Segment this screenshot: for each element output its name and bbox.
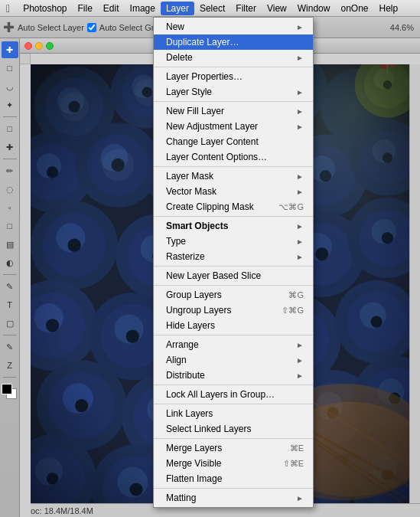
menu-item-delete[interactable]: Delete ► [154, 50, 313, 65]
menu-item-new-layer-slice[interactable]: New Layer Based Slice [154, 268, 313, 283]
menu-item-matting[interactable]: Matting ► [154, 490, 313, 506]
menu-item-ungroup-layers[interactable]: Ungroup Layers ⇧⌘G [154, 303, 313, 318]
menu-item-new-adjustment-label: New Adjustment Layer [166, 121, 258, 132]
menu-item-select-linked-layers[interactable]: Select Linked Layers [154, 421, 313, 437]
menu-section-9: Lock All Layers in Group… [154, 385, 313, 404]
zoom-tool-btn[interactable]: Z [2, 357, 18, 374]
menu-item-filter[interactable]: Filter [230, 2, 262, 15]
menu-item-layer-style-arrow: ► [296, 88, 304, 97]
menu-item-merge-visible-shortcut: ⇧⌘E [283, 459, 304, 469]
close-window-btn[interactable] [24, 42, 32, 50]
menu-item-merge-layers[interactable]: Merge Layers ⌘E [154, 440, 313, 456]
menu-section-4: Layer Mask ► Vector Mask ► Create Clippi… [154, 167, 313, 217]
menu-item-onone[interactable]: onOne [335, 2, 373, 15]
menu-item-matting-label: Matting [166, 492, 196, 503]
menu-item-rasterize-label: Rasterize [166, 251, 205, 262]
menu-item-clipping-mask-shortcut: ⌥⌘G [278, 202, 304, 212]
menu-item-new-fill-label: New Fill Layer [166, 106, 224, 116]
menu-item-image[interactable]: Image [125, 2, 161, 15]
menu-item-merge-visible-label: Merge Visible [166, 458, 221, 469]
clone-stamp-btn[interactable]: ◌ [2, 181, 18, 198]
menu-item-lock-all-layers[interactable]: Lock All Layers in Group… [154, 387, 313, 402]
tool-divider-2 [3, 159, 17, 159]
menu-item-vector-mask[interactable]: Vector Mask ► [154, 184, 313, 199]
menu-item-hide-layers[interactable]: Hide Layers [154, 318, 313, 333]
menu-item-rasterize[interactable]: Rasterize ► [154, 249, 313, 264]
menu-item-help[interactable]: Help [373, 2, 403, 15]
gradient-btn[interactable]: ▤ [2, 236, 18, 253]
menu-section-10: Link Layers Select Linked Layers [154, 404, 313, 439]
menu-item-create-clipping-mask-label: Create Clipping Mask [166, 201, 254, 212]
menu-item-layer-mask-arrow: ► [296, 172, 304, 181]
marquee-tool-btn[interactable]: □ [2, 60, 18, 77]
menu-item-new-adjustment-arrow: ► [296, 123, 304, 131]
menu-item-duplicate-label: Duplicate Layer… [166, 37, 239, 47]
menu-item-layer-properties[interactable]: Layer Properties… [154, 69, 313, 84]
shape-tool-btn[interactable]: ▢ [2, 315, 18, 332]
menu-item-align-arrow: ► [296, 356, 304, 365]
menu-item-file[interactable]: File [73, 2, 98, 15]
menu-item-new-fill-arrow: ► [296, 107, 304, 116]
pen-tool-btn[interactable]: ✎ [2, 278, 18, 295]
menu-item-new-arrow: ► [296, 23, 304, 31]
minimize-window-btn[interactable] [35, 42, 43, 50]
menu-item-layer-mask[interactable]: Layer Mask ► [154, 169, 313, 184]
foreground-color-swatch[interactable] [2, 384, 12, 394]
auto-select-checkbox[interactable] [87, 23, 96, 32]
menu-item-type-label: Type [166, 236, 186, 247]
menu-item-group-layers[interactable]: Group Layers ⌘G [154, 287, 313, 303]
menu-item-edit[interactable]: Edit [98, 2, 125, 15]
menu-item-merge-visible[interactable]: Merge Visible ⇧⌘E [154, 456, 313, 471]
eraser-btn[interactable]: □ [2, 218, 18, 234]
menu-item-align-label: Align [166, 355, 187, 365]
ruler-corner [20, 54, 31, 64]
eyedropper-btn[interactable]: ✚ [2, 139, 18, 155]
menu-item-link-layers[interactable]: Link Layers [154, 406, 313, 421]
menu-item-photoshop[interactable]: Photoshop [18, 2, 72, 15]
magic-wand-btn[interactable]: ✦ [2, 97, 18, 113]
menu-item-select[interactable]: Select [194, 2, 230, 15]
menu-item-smart-objects-label: Smart Objects [166, 221, 228, 231]
menu-item-new-fill-layer[interactable]: New Fill Layer ► [154, 103, 313, 119]
menu-item-new-adjustment-layer[interactable]: New Adjustment Layer ► [154, 119, 313, 134]
menu-item-window[interactable]: Window [292, 2, 336, 15]
lasso-tool-btn[interactable]: ◡ [2, 78, 18, 95]
menu-item-change-layer-content[interactable]: Change Layer Content [154, 134, 313, 149]
svg-rect-1 [20, 54, 31, 517]
menu-item-arrange[interactable]: Arrange ► [154, 337, 313, 352]
menu-item-layer-style[interactable]: Layer Style ► [154, 84, 313, 100]
menu-item-duplicate-layer[interactable]: Duplicate Layer… [154, 34, 313, 50]
menu-section-11: Merge Layers ⌘E Merge Visible ⇧⌘E Flatte… [154, 439, 313, 489]
vertical-scrollbar[interactable] [409, 64, 420, 506]
menu-item-smart-objects[interactable]: Smart Objects ► [154, 218, 313, 234]
menu-item-flatten-image[interactable]: Flatten Image [154, 471, 313, 486]
tool-divider-1 [3, 116, 17, 117]
menu-item-type[interactable]: Type ► [154, 234, 313, 249]
auto-select-label: Auto Select Layer [18, 23, 84, 32]
color-picker[interactable] [2, 384, 18, 402]
menu-item-create-clipping-mask[interactable]: Create Clipping Mask ⌥⌘G [154, 199, 313, 214]
apple-logo-icon[interactable]:  [3, 2, 13, 15]
brush-tool-btn[interactable]: ✏ [2, 162, 18, 179]
menu-item-align[interactable]: Align ► [154, 352, 313, 368]
menu-item-merge-layers-shortcut: ⌘E [290, 443, 304, 453]
menu-item-distribute[interactable]: Distribute ► [154, 368, 313, 383]
maximize-window-btn[interactable] [46, 42, 54, 50]
type-tool-btn[interactable]: T [2, 296, 18, 313]
menu-item-lock-all-layers-label: Lock All Layers in Group… [166, 389, 275, 400]
menu-item-view[interactable]: View [262, 2, 292, 15]
menu-item-new[interactable]: New ► [154, 19, 313, 34]
notes-btn[interactable]: ✎ [2, 339, 18, 355]
menu-item-layer[interactable]: Layer [161, 2, 194, 15]
menu-item-merge-layers-label: Merge Layers [166, 443, 222, 453]
layer-menu-dropdown[interactable]: New ► Duplicate Layer… Delete ► Layer Pr… [153, 17, 314, 508]
move-tool-btn[interactable]: ✚ [2, 41, 18, 58]
dodge-btn[interactable]: ◐ [2, 254, 18, 271]
menu-item-layer-content-options[interactable]: Layer Content Options… [154, 149, 313, 165]
crop-tool-btn[interactable]: □ [2, 120, 18, 137]
move-tool-icon[interactable]: ✚ [3, 19, 15, 36]
menu-item-distribute-label: Distribute [166, 370, 205, 381]
menu-section-6: New Layer Based Slice [154, 267, 313, 286]
history-brush-btn[interactable]: ◦ [2, 199, 18, 216]
menu-item-new-layer-slice-label: New Layer Based Slice [166, 270, 261, 281]
